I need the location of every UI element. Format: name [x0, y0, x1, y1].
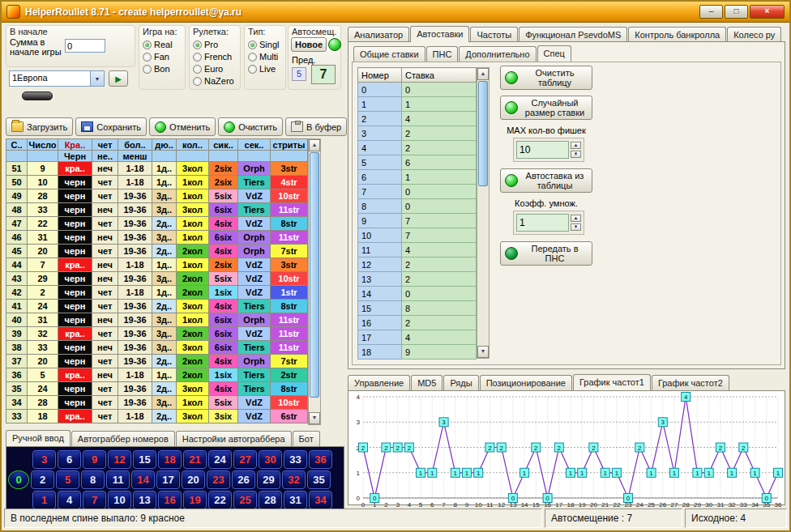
history-scrollbar[interactable]: ▲ ▼ — [308, 138, 321, 425]
bet-value-cell[interactable]: 2 — [402, 126, 477, 141]
number-cell-14[interactable]: 14 — [131, 470, 155, 489]
number-cell-36[interactable]: 36 — [309, 450, 332, 469]
bet-value-cell[interactable]: 2 — [402, 257, 477, 272]
number-cell-29[interactable]: 29 — [257, 470, 280, 489]
roulette-option-0[interactable]: Pro — [193, 40, 238, 49]
number-cell-34[interactable]: 34 — [309, 491, 332, 509]
sub-tab-1[interactable]: ПНС — [426, 46, 459, 62]
clear-table-button[interactable]: Очистить таблицу — [500, 66, 592, 90]
number-cell-21[interactable]: 21 — [183, 450, 207, 469]
number-cell-10[interactable]: 10 — [108, 491, 131, 509]
bet-value-cell[interactable]: 0 — [402, 287, 477, 301]
title-bar[interactable]: HelperRoullet 8.71 - create helperroulle… — [2, 2, 789, 23]
history-row[interactable]: 3524чернчет19-362д..3кол4sixTiers8str — [6, 382, 308, 396]
bets-scroll-thumb[interactable] — [478, 81, 488, 186]
number-cell-25[interactable]: 25 — [233, 491, 257, 509]
bet-value-cell[interactable]: 2 — [402, 316, 477, 330]
history-header-0[interactable]: С.. — [6, 139, 28, 151]
number-cell-6[interactable]: 6 — [58, 450, 81, 469]
number-cell-15[interactable]: 15 — [133, 450, 156, 469]
sub-tab-2[interactable]: Дополнительно — [459, 46, 536, 62]
history-row[interactable]: 4520чернчет19-362д..2кол4sixOrph7str — [6, 245, 308, 258]
bet-value-cell[interactable]: 4 — [402, 330, 477, 345]
bottom-tab-1[interactable]: MD5 — [411, 375, 443, 390]
preset-combobox[interactable]: 1Европа ▼ — [9, 70, 105, 87]
bet-value-cell[interactable]: 4 — [402, 112, 477, 126]
bet-value-cell[interactable]: 7 — [402, 228, 477, 243]
type-option-0[interactable]: Singl — [248, 40, 284, 49]
input-tab-3[interactable]: Бот — [293, 431, 320, 446]
maximize-button[interactable]: □ — [725, 5, 748, 19]
history-row[interactable]: 4124чернчет19-362д..3кол4sixTiers8str — [6, 300, 308, 313]
main-tab-3[interactable]: Функционал PsevdoMS — [519, 27, 627, 42]
new-autoshift-button[interactable]: Новое — [291, 37, 327, 52]
number-cell-26[interactable]: 26 — [232, 470, 255, 489]
toolbar-button-0[interactable]: Загрузить — [6, 117, 73, 136]
number-cell-1[interactable]: 1 — [32, 491, 56, 509]
minimize-button[interactable]: – — [699, 5, 723, 19]
number-cell-11[interactable]: 11 — [106, 470, 130, 489]
number-cell-2[interactable]: 2 — [31, 470, 54, 489]
history-header-4[interactable]: бол.. — [118, 139, 152, 151]
send-to-pns-button[interactable]: Передать в ПНС — [500, 241, 592, 266]
number-cell-31[interactable]: 31 — [284, 491, 307, 509]
number-cell-18[interactable]: 18 — [158, 450, 182, 469]
number-cell-22[interactable]: 22 — [208, 491, 232, 509]
bet-value-cell[interactable]: 1 — [402, 170, 477, 185]
history-row[interactable]: 4928чернчет19-363д..1кол5sixVdZ10str — [6, 189, 308, 203]
history-row[interactable]: 3720чернчет19-362д..2кол4sixOrph7str — [6, 355, 308, 368]
bet-value-cell[interactable]: 9 — [402, 345, 477, 360]
bets-header-number[interactable]: Номер — [358, 68, 402, 83]
history-header-6[interactable]: кол.. — [177, 139, 209, 151]
scroll-up-icon[interactable]: ▲ — [477, 68, 489, 80]
game-option-2[interactable]: Bon — [143, 64, 183, 74]
history-row[interactable]: 365кра..неч1-181д..2кол1sixTiers2str — [6, 368, 308, 382]
main-tab-2[interactable]: Частоты — [470, 27, 518, 42]
main-tab-5[interactable]: Колесо ру — [727, 27, 781, 42]
sub-tab-0[interactable]: Общие ставки — [353, 46, 425, 62]
bottom-tab-5[interactable]: График частот2 — [652, 375, 729, 390]
toolbar-button-2[interactable]: Отменить — [149, 117, 216, 136]
history-header-9[interactable]: стриты — [271, 139, 308, 151]
number-cell-8[interactable]: 8 — [81, 470, 105, 489]
number-cell-28[interactable]: 28 — [259, 491, 282, 509]
bet-value-cell[interactable]: 0 — [402, 199, 477, 214]
number-cell-16[interactable]: 16 — [158, 491, 182, 509]
history-row[interactable]: 4722чернчет19-362д..1кол4sixVdZ8str — [6, 217, 308, 231]
type-option-2[interactable]: Live — [248, 64, 284, 74]
history-row[interactable]: 3833черннеч19-363д..3кол6sixTiers11str — [6, 341, 308, 355]
input-tab-1[interactable]: Автограббер номеров — [71, 431, 175, 446]
max-chips-down-button[interactable]: ▼ — [571, 151, 581, 158]
toolbar-button-3[interactable]: Очистить — [218, 117, 283, 136]
number-cell-27[interactable]: 27 — [233, 450, 257, 469]
roulette-option-2[interactable]: Euro — [193, 64, 238, 74]
autobet-button[interactable]: Автоставка из таблицы — [500, 168, 592, 193]
bet-value-cell[interactable]: 2 — [402, 272, 477, 287]
max-chips-input[interactable]: 10 — [516, 141, 569, 159]
input-tab-2[interactable]: Настройки автограббера — [176, 431, 292, 446]
bottom-tab-0[interactable]: Управление — [348, 375, 410, 390]
number-cell-35[interactable]: 35 — [307, 470, 331, 489]
bet-value-cell[interactable]: 7 — [402, 214, 477, 228]
number-cell-24[interactable]: 24 — [208, 450, 232, 469]
scroll-down-icon[interactable]: ▼ — [477, 346, 489, 358]
max-chips-up-button[interactable]: ▲ — [571, 142, 581, 149]
roulette-option-1[interactable]: French — [193, 52, 238, 62]
collapse-strip-button[interactable] — [22, 92, 53, 100]
number-cell-33[interactable]: 33 — [284, 450, 307, 469]
history-row[interactable]: 519кра..неч1-181д..3кол2sixOrph3str — [6, 162, 308, 176]
number-cell-3[interactable]: 3 — [32, 450, 56, 469]
coef-input[interactable]: 1 — [516, 214, 569, 232]
bottom-tab-3[interactable]: Позиционирование — [480, 375, 572, 390]
history-header-3[interactable]: чет — [92, 139, 118, 151]
number-cell-20[interactable]: 20 — [182, 470, 205, 489]
scroll-down-icon[interactable]: ▼ — [309, 412, 320, 424]
bet-value-cell[interactable]: 6 — [402, 155, 477, 170]
history-row[interactable]: 4631черннеч19-363д..1кол6sixOrph11str — [6, 231, 308, 245]
history-header-1[interactable]: Число — [28, 139, 58, 151]
history-header-5[interactable]: дю.. — [152, 139, 177, 151]
history-scroll-thumb[interactable] — [310, 152, 319, 398]
number-cell-5[interactable]: 5 — [56, 470, 79, 489]
history-row[interactable]: 5010чернчет1-181д..1кол2sixTiers4str — [6, 176, 308, 189]
bet-value-cell[interactable]: 8 — [402, 301, 477, 316]
